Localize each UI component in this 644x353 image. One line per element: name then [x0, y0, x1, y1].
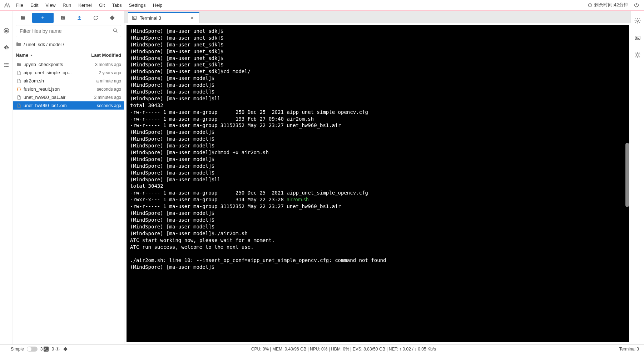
toc-icon[interactable]	[3, 61, 10, 69]
file-modified: a minute ago	[78, 79, 121, 84]
upload-button[interactable]	[72, 13, 86, 23]
file-modified: 2 minutes ago	[78, 95, 121, 100]
svg-point-5	[637, 20, 639, 22]
remaining-time-label: 剩余时间:42分钟	[594, 2, 628, 8]
column-name[interactable]: Name	[13, 50, 78, 60]
file-name: fusion_result.json	[22, 86, 78, 92]
file-name: aipp_unet_simple_op...	[22, 70, 78, 75]
svg-point-8	[636, 54, 639, 56]
terminal-count[interactable]: 3 >_	[40, 347, 49, 352]
sort-asc-icon	[30, 54, 33, 57]
file-modified: seconds ago	[78, 103, 121, 108]
file-row[interactable]: aipp_unet_simple_op...2 years ago	[13, 69, 124, 77]
svg-point-3	[114, 29, 117, 32]
folder-icon	[16, 41, 21, 47]
column-modified[interactable]: Last Modified	[78, 50, 124, 60]
menu-bar: FileEditViewRunKernelGitTabsSettingsHelp…	[0, 0, 644, 11]
svg-rect-2	[5, 30, 7, 32]
filter-input[interactable]	[16, 25, 121, 37]
file-modified: 2 years ago	[78, 70, 121, 75]
file-row[interactable]: unet_hw960_bs1.omseconds ago	[13, 101, 124, 110]
breadcrumb[interactable]: / unet_sdk / model /	[13, 40, 124, 50]
status-mode: Terminal 3	[619, 347, 644, 352]
simple-mode-toggle[interactable]	[27, 347, 38, 352]
tab-label: Terminal 3	[140, 15, 186, 21]
menu-settings[interactable]: Settings	[125, 1, 149, 9]
new-launcher-button[interactable]	[32, 13, 54, 23]
file-modified: 3 months ago	[78, 62, 121, 67]
search-icon	[113, 28, 118, 34]
left-sidebar	[0, 11, 13, 344]
json-icon	[16, 87, 22, 92]
file-name: .ipynb_checkpoints	[22, 62, 78, 67]
git-status-icon[interactable]	[63, 347, 68, 352]
kernel-count[interactable]: 0	[51, 347, 60, 352]
file-row[interactable]: unet_hw960_bs1.air2 minutes ago	[13, 93, 124, 101]
terminal-square-icon: >_	[44, 347, 49, 352]
svg-point-9	[57, 348, 58, 350]
menu-file[interactable]: File	[12, 1, 27, 9]
file-icon	[16, 103, 22, 108]
file-list-header: Name Last Modified	[13, 50, 124, 60]
debugger-icon[interactable]	[634, 51, 641, 59]
file-row[interactable]: air2om.sha minute ago	[13, 77, 124, 85]
file-row[interactable]: fusion_result.jsonseconds ago	[13, 85, 124, 93]
git-icon[interactable]	[3, 44, 10, 51]
open-folder-button[interactable]	[16, 13, 30, 23]
file-icon	[16, 70, 22, 75]
work-area: Terminal 3 ✕ (MindSpore) [ma-user unet_s…	[124, 11, 631, 344]
menu-git[interactable]: Git	[95, 1, 109, 9]
git-clone-button[interactable]	[105, 13, 119, 23]
file-row[interactable]: .ipynb_checkpoints3 months ago	[13, 60, 124, 69]
file-icon	[16, 95, 22, 100]
tab-close-button[interactable]: ✕	[189, 15, 195, 21]
simple-mode-label: Simple	[11, 347, 24, 352]
file-modified: seconds ago	[78, 87, 121, 92]
svg-point-7	[636, 37, 637, 37]
folder-icon	[16, 62, 22, 67]
app-logo	[2, 0, 12, 10]
menu-kernel[interactable]: Kernel	[75, 1, 95, 9]
file-name: air2om.sh	[22, 78, 78, 84]
file-browser: / unet_sdk / model / Name Last Modified …	[13, 11, 124, 344]
stopwatch-icon	[588, 2, 593, 7]
menu-run[interactable]: Run	[59, 1, 75, 9]
file-browser-toolbar	[13, 11, 124, 25]
tab-bar: Terminal 3 ✕	[124, 11, 631, 23]
svg-point-0	[588, 4, 591, 7]
file-icon	[16, 79, 22, 84]
right-sidebar	[631, 11, 644, 344]
image-icon[interactable]	[634, 34, 641, 41]
menu-tabs[interactable]: Tabs	[108, 1, 125, 9]
menu-view[interactable]: View	[42, 1, 59, 9]
tab-terminal[interactable]: Terminal 3 ✕	[128, 12, 199, 23]
file-name: unet_hw960_bs1.air	[22, 95, 78, 100]
svg-rect-4	[133, 16, 137, 19]
resource-monitor: CPU: 0% | MEM: 0.40/96 GB | NPU: 0% | HB…	[68, 347, 619, 352]
scrollbar-thumb[interactable]	[625, 143, 629, 207]
file-list: .ipynb_checkpoints3 months agoaipp_unet_…	[13, 60, 124, 344]
gear-icon	[55, 347, 60, 352]
remaining-time: 剩余时间:42分钟	[585, 2, 631, 8]
new-folder-button[interactable]	[56, 13, 70, 23]
running-terminals-icon[interactable]	[3, 27, 10, 34]
shutdown-button[interactable]	[631, 2, 642, 8]
property-inspector-icon[interactable]	[634, 17, 641, 24]
menu-help[interactable]: Help	[149, 1, 166, 9]
menu-edit[interactable]: Edit	[27, 1, 42, 9]
terminal-output[interactable]: (MindSpore) [ma-user unet_sdk]$ (MindSpo…	[127, 25, 629, 342]
status-bar: Simple 3 >_ 0 CPU: 0% | MEM: 0.40/96 GB …	[0, 344, 644, 353]
terminal-icon	[132, 15, 137, 20]
file-name: unet_hw960_bs1.om	[22, 103, 78, 108]
refresh-button[interactable]	[89, 13, 103, 23]
